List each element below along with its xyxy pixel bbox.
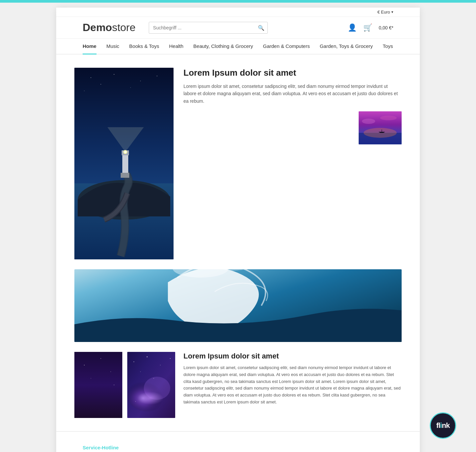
svg-point-36 xyxy=(170,358,171,359)
svg-point-2 xyxy=(100,84,101,85)
svg-point-29 xyxy=(114,385,114,385)
svg-point-32 xyxy=(144,377,170,400)
account-icon[interactable]: 👤 xyxy=(348,23,357,32)
svg-point-27 xyxy=(110,371,111,372)
bottom-paragraph: Lorem ipsum dolor sit amet, consetetur s… xyxy=(183,364,402,406)
svg-point-7 xyxy=(130,87,131,88)
nav-toys[interactable]: Toys xyxy=(383,39,393,54)
search-button[interactable]: 🔍 xyxy=(258,24,264,31)
svg-point-3 xyxy=(114,74,114,75)
bottom-image-1 xyxy=(74,352,122,418)
header-actions: 👤 🛒 0,00 €* xyxy=(348,23,393,32)
bottom-title: Lorem Ipsum dolor sit amet xyxy=(183,352,402,360)
nav-garden-computers[interactable]: Garden & Computers xyxy=(263,39,310,54)
svg-rect-10 xyxy=(122,152,128,175)
currency-bar: € Euro xyxy=(56,8,420,17)
svg-point-5 xyxy=(157,76,157,76)
bottom-images xyxy=(74,352,177,418)
cart-icon[interactable]: 🛒 xyxy=(363,23,372,32)
hero-large-image xyxy=(74,68,174,259)
search-bar: 🔍 xyxy=(149,22,268,34)
svg-point-34 xyxy=(147,357,147,357)
svg-rect-24 xyxy=(74,352,122,418)
service-hotline-title: Service-Hotline xyxy=(83,445,393,450)
svg-point-35 xyxy=(160,365,161,365)
logo[interactable]: Demostore xyxy=(83,21,136,34)
wave-image xyxy=(74,269,402,342)
flink-badge[interactable]: flink xyxy=(430,412,456,439)
currency-selector[interactable]: € Euro xyxy=(377,10,393,15)
top-bar xyxy=(0,0,476,3)
nav-garden-toys[interactable]: Garden, Toys & Grocery xyxy=(320,39,373,54)
svg-point-20 xyxy=(380,116,397,120)
svg-rect-14 xyxy=(121,173,129,178)
header: Demostore 🔍 👤 🛒 0,00 €* xyxy=(56,17,420,39)
logo-bold: Demo xyxy=(83,21,112,33)
nav-books-toys[interactable]: Books & Toys xyxy=(129,39,159,54)
svg-point-19 xyxy=(362,119,375,124)
svg-point-33 xyxy=(134,361,134,362)
bottom-text: Lorem Ipsum dolor sit amet Lorem ipsum d… xyxy=(183,352,402,418)
svg-point-13 xyxy=(124,151,126,153)
wave-section xyxy=(74,269,402,342)
svg-point-38 xyxy=(153,378,154,379)
footer-service: Service-Hotline Unterstützung und Beratu… xyxy=(56,431,420,452)
svg-point-39 xyxy=(135,401,136,402)
nav-health[interactable]: Health xyxy=(169,39,183,54)
bottom-section: Lorem Ipsum dolor sit amet Lorem ipsum d… xyxy=(74,352,402,418)
svg-point-37 xyxy=(140,371,141,372)
hero-text: Lorem Ipsum dolor sit amet Lorem ipsum d… xyxy=(183,68,402,144)
search-input[interactable] xyxy=(149,22,268,34)
cart-price: 0,00 €* xyxy=(379,25,393,30)
hero-title: Lorem Ipsum dolor sit amet xyxy=(183,68,402,78)
svg-point-28 xyxy=(91,378,91,379)
svg-point-4 xyxy=(140,81,141,81)
main-nav: Home Music Books & Toys Health Beauty, C… xyxy=(56,39,420,55)
flink-logo: flink xyxy=(436,421,450,430)
svg-point-26 xyxy=(100,358,101,359)
nav-music[interactable]: Music xyxy=(106,39,119,54)
hero-paragraph: Lorem ipsum dolor sit amet, consetetur s… xyxy=(183,83,402,105)
svg-point-25 xyxy=(84,365,85,365)
bottom-image-2 xyxy=(127,352,175,418)
hero-small-image xyxy=(359,111,402,144)
hero-section: Lorem Ipsum dolor sit amet Lorem ipsum d… xyxy=(74,68,402,259)
logo-light: store xyxy=(112,21,136,33)
nav-beauty[interactable]: Beauty, Clothing & Grocery xyxy=(193,39,253,54)
svg-point-6 xyxy=(84,91,85,91)
nav-home[interactable]: Home xyxy=(83,39,97,55)
svg-point-1 xyxy=(91,77,91,78)
